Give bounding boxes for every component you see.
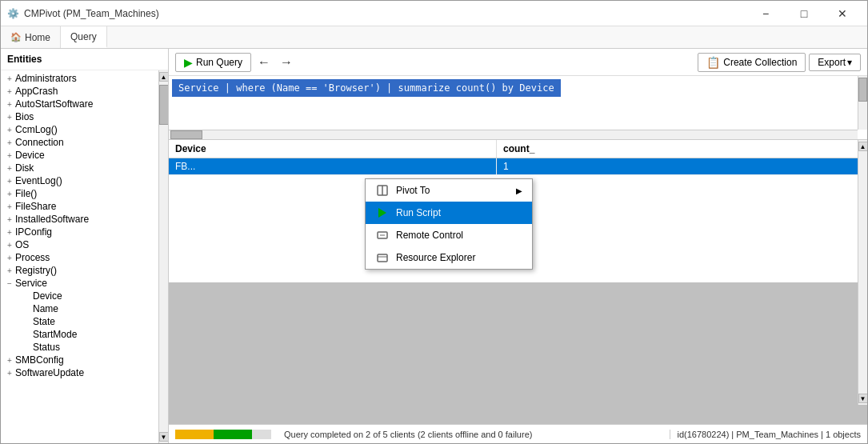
menu-item-run-script[interactable]: Run Script: [366, 202, 532, 224]
results-area: Device count_ FB... 1: [169, 140, 867, 424]
sidebar-item-file[interactable]: + File(): [1, 187, 158, 200]
home-icon: 🏠: [10, 32, 22, 42]
export-button[interactable]: Export ▾: [809, 54, 861, 71]
sidebar-item-connection[interactable]: + Connection: [1, 136, 158, 149]
menu-item-remote-control[interactable]: Remote Control: [366, 224, 532, 246]
sidebar-item-label: Connection: [15, 137, 155, 148]
query-text[interactable]: Service | where (Name == 'Browser') | su…: [172, 79, 561, 97]
table-row[interactable]: FB... 1: [169, 158, 867, 175]
sidebar-item-fileshare[interactable]: + FileShare: [1, 200, 158, 213]
close-button[interactable]: ✕: [824, 4, 861, 23]
sidebar-child-label: Status: [33, 342, 155, 353]
export-label: Export: [818, 57, 846, 68]
sidebar-item-smbconfig[interactable]: + SMBConfig: [1, 354, 158, 366]
status-right: id(16780224) | PM_Team_Machines | 1 obje…: [670, 430, 867, 439]
menu-item-pivot-to[interactable]: Pivot To ▶: [366, 179, 532, 202]
sidebar-item-disk[interactable]: + Disk: [1, 162, 158, 174]
sidebar-item-registry[interactable]: + Registry(): [1, 264, 158, 277]
sidebar-item-label: SoftwareUpdate: [15, 367, 155, 378]
sidebar-item-appcrash[interactable]: + AppCrash: [1, 85, 158, 98]
title-bar: ⚙️ CMPivot (PM_Team_Machines) − □ ✕: [1, 1, 867, 26]
cell-count: 1: [497, 158, 867, 174]
sidebar-item-eventlog[interactable]: + EventLog(): [1, 174, 158, 187]
menu-item-resource-explorer[interactable]: Resource Explorer: [366, 246, 532, 269]
expand-icon: +: [4, 254, 15, 262]
expand-icon: +: [4, 356, 15, 365]
sidebar-child-label: State: [33, 316, 155, 327]
tab-query-label: Query: [70, 31, 97, 42]
menu-item-remote-control-label: Remote Control: [396, 230, 463, 241]
sidebar-item-label: EventLog(): [15, 175, 155, 186]
sidebar-scrollbar[interactable]: ▲ ▼: [158, 70, 168, 443]
sidebar-item-administrators[interactable]: + Administrators: [1, 72, 158, 85]
tab-query[interactable]: Query: [61, 26, 107, 48]
sidebar-item-label: AutoStartSoftware: [15, 98, 155, 110]
sidebar-item-ccmlog[interactable]: + CcmLog(): [1, 123, 158, 136]
sidebar-item-label: IPConfig: [15, 226, 155, 238]
scroll-up-button[interactable]: ▲: [159, 72, 169, 82]
results-scrollbar[interactable]: ▲ ▼: [858, 140, 867, 405]
main-area: Entities + Administrators + AppCrash: [1, 49, 867, 443]
sidebar-item-bios[interactable]: + Bios: [1, 110, 158, 123]
title-bar-left: ⚙️ CMPivot (PM_Team_Machines): [7, 8, 159, 19]
horizontal-scrollbar[interactable]: [169, 130, 858, 139]
title-bar-controls: − □ ✕: [747, 4, 861, 23]
sidebar: Entities + Administrators + AppCrash: [1, 49, 169, 443]
sidebar-item-os[interactable]: + OS: [1, 238, 158, 251]
status-progress-bar: [175, 430, 271, 439]
sidebar-item-label: Registry(): [15, 265, 155, 276]
tab-home-label: Home: [25, 32, 50, 43]
sidebar-item-service-device[interactable]: Device: [18, 290, 158, 302]
sidebar-item-label: FileShare: [15, 201, 155, 212]
sidebar-item-label: Bios: [15, 111, 155, 122]
expand-icon: +: [4, 113, 15, 122]
expand-icon: +: [4, 87, 15, 96]
sidebar-item-service-status[interactable]: Status: [18, 341, 158, 354]
svg-marker-2: [378, 208, 386, 218]
sidebar-item-service[interactable]: − Service: [1, 277, 158, 290]
sidebar-item-installedsoftware[interactable]: + InstalledSoftware: [1, 213, 158, 226]
expand-icon: +: [4, 138, 15, 147]
sidebar-item-label: AppCrash: [15, 86, 155, 97]
sidebar-item-ipconfig[interactable]: + IPConfig: [1, 226, 158, 238]
sidebar-item-label: Service: [15, 278, 155, 289]
expand-icon: +: [4, 164, 15, 173]
results-scroll-down[interactable]: ▼: [858, 394, 868, 403]
scroll-thumb[interactable]: [159, 85, 169, 125]
vertical-scrollbar-query[interactable]: [858, 76, 867, 130]
collection-icon: 📋: [706, 56, 720, 69]
sidebar-header: Entities: [1, 49, 168, 70]
run-query-button[interactable]: ▶ Run Query: [175, 53, 251, 72]
sidebar-item-autostartsoftware[interactable]: + AutoStartSoftware: [1, 98, 158, 110]
scroll-down-button[interactable]: ▼: [159, 432, 169, 442]
sidebar-tree: + Administrators + AppCrash + AutoStartS…: [1, 70, 158, 381]
sidebar-item-service-state[interactable]: State: [18, 315, 158, 328]
results-scroll-up[interactable]: ▲: [858, 142, 868, 151]
sidebar-item-label: CcmLog(): [15, 124, 155, 135]
window-title: CMPivot (PM_Team_Machines): [24, 8, 159, 19]
run-script-icon: [375, 206, 390, 220]
resource-explorer-icon: [375, 250, 390, 265]
content-area: ▶ Run Query ← → 📋 Create Collection Expo…: [169, 49, 867, 443]
sidebar-item-softwareupdate[interactable]: + SoftwareUpdate: [1, 366, 158, 379]
minimize-button[interactable]: −: [747, 4, 784, 23]
sidebar-item-device[interactable]: + Device: [1, 149, 158, 162]
sidebar-item-service-name[interactable]: Name: [18, 302, 158, 315]
sidebar-item-label: File(): [15, 188, 155, 199]
maximize-button[interactable]: □: [786, 4, 822, 23]
menu-item-run-script-label: Run Script: [396, 207, 441, 218]
app-icon: ⚙️: [7, 8, 19, 19]
status-bar: Query completed on 2 of 5 clients (2 cli…: [169, 424, 867, 443]
back-button[interactable]: ←: [254, 54, 274, 71]
create-collection-button[interactable]: 📋 Create Collection: [698, 53, 806, 72]
sidebar-item-label: Process: [15, 252, 155, 263]
sidebar-item-process[interactable]: + Process: [1, 251, 158, 264]
sidebar-item-service-startmode[interactable]: StartMode: [18, 328, 158, 341]
expand-icon: +: [4, 151, 15, 160]
tab-home[interactable]: 🏠 Home: [1, 26, 61, 48]
cell-device: FB...: [169, 158, 497, 174]
sidebar-content: + Administrators + AppCrash + AutoStartS…: [1, 70, 158, 443]
sidebar-item-label: OS: [15, 239, 155, 250]
sidebar-item-label: Administrators: [15, 73, 155, 84]
forward-button[interactable]: →: [277, 54, 296, 71]
